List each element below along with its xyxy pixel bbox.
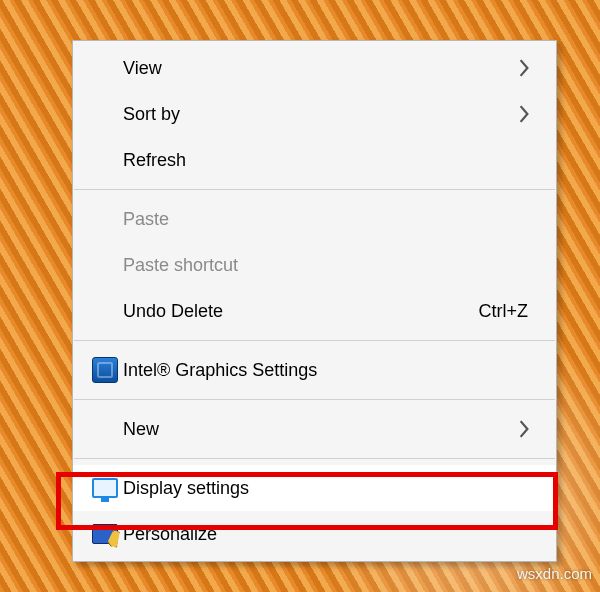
menu-separator bbox=[74, 189, 555, 190]
menu-label: Display settings bbox=[123, 478, 540, 499]
watermark-text: wsxdn.com bbox=[517, 565, 592, 582]
intel-graphics-icon bbox=[87, 357, 123, 383]
chevron-right-icon bbox=[518, 420, 540, 438]
menu-item-view[interactable]: View bbox=[73, 45, 556, 91]
menu-item-intel-graphics[interactable]: Intel® Graphics Settings bbox=[73, 347, 556, 393]
menu-label: Refresh bbox=[123, 150, 540, 171]
menu-item-new[interactable]: New bbox=[73, 406, 556, 452]
chevron-right-icon bbox=[518, 59, 540, 77]
menu-item-display-settings[interactable]: Display settings bbox=[73, 465, 556, 511]
menu-item-paste: Paste bbox=[73, 196, 556, 242]
menu-label: Personalize bbox=[123, 524, 540, 545]
menu-item-paste-shortcut: Paste shortcut bbox=[73, 242, 556, 288]
menu-label: New bbox=[123, 419, 518, 440]
menu-item-personalize[interactable]: Personalize bbox=[73, 511, 556, 557]
menu-label: View bbox=[123, 58, 518, 79]
menu-separator bbox=[74, 340, 555, 341]
menu-item-undo-delete[interactable]: Undo Delete Ctrl+Z bbox=[73, 288, 556, 334]
menu-label: Intel® Graphics Settings bbox=[123, 360, 540, 381]
menu-label: Sort by bbox=[123, 104, 518, 125]
menu-accelerator: Ctrl+Z bbox=[479, 301, 541, 322]
menu-label: Paste shortcut bbox=[123, 255, 540, 276]
menu-separator bbox=[74, 399, 555, 400]
desktop-context-menu: View Sort by Refresh Paste Paste shortcu… bbox=[72, 40, 557, 562]
personalize-icon bbox=[87, 524, 123, 544]
menu-item-sort-by[interactable]: Sort by bbox=[73, 91, 556, 137]
chevron-right-icon bbox=[518, 105, 540, 123]
display-icon bbox=[87, 478, 123, 498]
menu-item-refresh[interactable]: Refresh bbox=[73, 137, 556, 183]
menu-label: Undo Delete bbox=[123, 301, 479, 322]
menu-label: Paste bbox=[123, 209, 540, 230]
menu-separator bbox=[74, 458, 555, 459]
